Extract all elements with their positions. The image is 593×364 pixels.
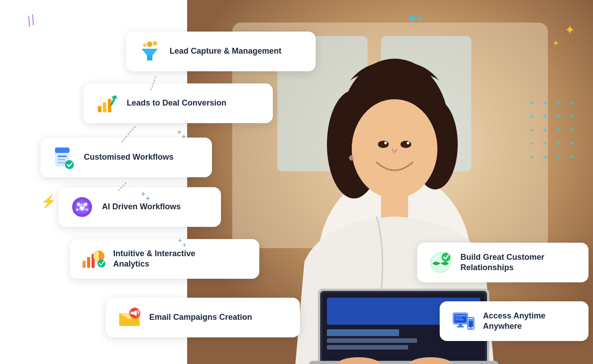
customer-label: Build Great CustomerRelationships	[460, 252, 544, 273]
ai-icon: AI	[69, 194, 95, 220]
svg-rect-71	[455, 315, 466, 317]
svg-rect-60	[83, 261, 86, 268]
analytics-label: Intuitive & InteractiveAnalytics	[113, 249, 195, 270]
svg-rect-78	[469, 319, 473, 321]
svg-rect-61	[87, 257, 90, 268]
svg-text:AI: AI	[79, 203, 85, 210]
card-ai-workflows: AI AI Driven Workflows	[59, 187, 221, 227]
svg-rect-39	[98, 106, 101, 112]
svg-point-38	[143, 43, 147, 47]
svg-point-79	[470, 327, 472, 329]
ai-workflows-label: AI Driven Workflows	[102, 202, 181, 212]
svg-rect-45	[58, 159, 65, 160]
svg-point-12	[400, 141, 411, 148]
svg-point-68	[441, 253, 450, 262]
svg-rect-22	[327, 338, 417, 343]
svg-rect-43	[55, 147, 69, 153]
scene: // ↩ ✦ ✦ ⚡ ++++ ++++ ++++ ++++ ++++ ++ +…	[0, 0, 593, 364]
workflow-icon	[51, 145, 77, 170]
lightning-deco: ⚡	[41, 194, 56, 209]
analytics-icon	[81, 246, 106, 272]
svg-point-37	[153, 41, 157, 46]
svg-point-36	[147, 41, 152, 47]
chart-up-icon	[94, 91, 120, 116]
svg-rect-73	[455, 319, 464, 320]
svg-rect-75	[457, 326, 464, 327]
workflows-label: Customised Workflows	[84, 152, 174, 162]
svg-text:+: +	[177, 128, 181, 136]
lead-capture-label: Lead Capture & Management	[170, 46, 281, 56]
yellow-star-large-deco: ✦	[565, 23, 575, 37]
card-analytics: Intuitive & InteractiveAnalytics	[70, 239, 259, 279]
svg-point-11	[378, 141, 389, 148]
svg-point-14	[407, 142, 409, 144]
svg-rect-74	[459, 324, 462, 326]
purple-deco: //	[25, 13, 37, 29]
svg-point-13	[384, 142, 387, 144]
email-icon	[117, 305, 142, 330]
handshake-icon	[428, 250, 453, 275]
device-icon	[450, 309, 476, 334]
svg-point-10	[352, 99, 437, 198]
card-access: Access AnytimeAnywhere	[440, 301, 588, 341]
svg-rect-23	[327, 345, 408, 350]
leads-deal-label: Leads to Deal Conversion	[127, 98, 226, 108]
funnel-icon	[137, 39, 162, 64]
svg-rect-21	[327, 329, 399, 336]
svg-point-16	[349, 155, 354, 161]
plus-grid-right: ++++ ++++ ++++ ++++ ++++	[530, 99, 579, 162]
card-customer: Build Great CustomerRelationships	[417, 243, 588, 282]
yellow-star-small-deco: ✦	[552, 38, 559, 48]
svg-rect-40	[103, 102, 106, 112]
svg-rect-46	[58, 162, 66, 163]
card-leads-deal: Leads to Deal Conversion	[83, 83, 273, 123]
email-label: Email Campaigns Creation	[149, 312, 252, 323]
svg-rect-44	[58, 156, 67, 157]
card-workflows: Customised Workflows	[41, 138, 212, 177]
svg-rect-72	[455, 318, 462, 318]
svg-point-47	[65, 160, 74, 169]
card-lead-capture: Lead Capture & Management	[126, 32, 316, 71]
access-label: Access AnytimeAnywhere	[483, 311, 545, 332]
card-email: Email Campaigns Creation	[106, 298, 300, 337]
svg-rect-66	[131, 312, 133, 314]
